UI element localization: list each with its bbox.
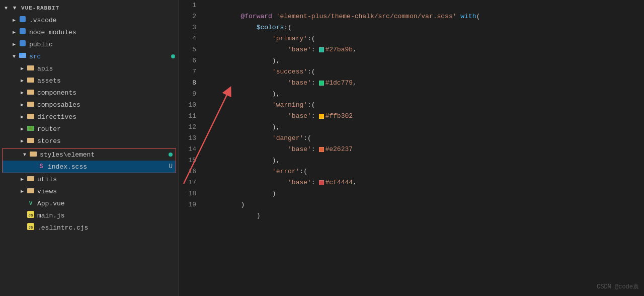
svg-rect-6 (27, 78, 34, 83)
ln-7: 7 (179, 66, 196, 78)
composables-icon (26, 100, 35, 110)
sidebar-item-styles-element[interactable]: styles\element (3, 149, 176, 161)
ln-14: 14 (179, 144, 196, 155)
sidebar-item-router[interactable]: 🌿 router (0, 123, 178, 135)
svg-rect-14 (27, 176, 34, 181)
sidebar-item-src[interactable]: src (0, 50, 178, 62)
components-icon (26, 88, 35, 98)
ln-5: 5 (179, 44, 196, 55)
sidebar-item-stores[interactable]: stores (0, 135, 178, 147)
sidebar-item-assets[interactable]: assets (0, 75, 178, 87)
vue-icon: V (26, 200, 35, 206)
node-chevron (10, 29, 18, 35)
sidebar-item-vscode[interactable]: .vscode (0, 14, 178, 26)
router-label: router (37, 125, 178, 133)
sidebar-item-public[interactable]: public (0, 38, 178, 50)
directives-label: directives (37, 113, 178, 121)
svg-rect-13 (30, 152, 37, 157)
sidebar-item-app-vue[interactable]: V App.vue (0, 197, 178, 209)
svg-text:🌿: 🌿 (28, 126, 33, 131)
watermark: CSDN @code袁 (597, 282, 639, 291)
utils-chevron (18, 176, 26, 182)
ln-19: 19 (179, 199, 196, 210)
views-label: views (37, 188, 178, 195)
views-icon (26, 186, 35, 196)
scss-icon: S (37, 163, 46, 170)
svg-rect-4 (19, 53, 22, 55)
scss-badge: U (169, 163, 173, 170)
svg-text:JS: JS (28, 213, 33, 217)
apis-label: apis (37, 65, 178, 72)
root-folder[interactable]: ▼ VUE-RABBIT (0, 2, 178, 14)
router-chevron (18, 126, 26, 132)
sidebar-item-views[interactable]: views (0, 185, 178, 197)
appvue-label: App.vue (37, 200, 178, 207)
eslint-icon: JS (26, 223, 35, 233)
sidebar-item-main-js[interactable]: JS main.js (0, 209, 178, 221)
directives-icon (26, 112, 35, 122)
views-chevron (18, 188, 26, 194)
utils-label: utils (37, 176, 178, 183)
src-badge (171, 54, 175, 58)
sidebar-item-directives[interactable]: directives (0, 111, 178, 123)
svg-rect-15 (27, 188, 34, 193)
svg-rect-5 (27, 65, 34, 70)
apis-chevron (18, 65, 26, 71)
code-lines: @forward 'element-plus/theme-chalk/src/c… (201, 0, 644, 296)
stores-chevron (18, 138, 26, 144)
svg-rect-1 (20, 28, 26, 34)
ln-9: 9 (179, 89, 196, 100)
ln-4: 4 (179, 33, 196, 44)
components-chevron (18, 90, 26, 96)
ln-13: 13 (179, 133, 196, 144)
ln-10: 10 (179, 100, 196, 111)
vscode-chevron (10, 17, 18, 23)
eslintrc-label: .eslintrc.cjs (37, 224, 178, 232)
src-icon (18, 51, 27, 61)
assets-icon (26, 76, 35, 86)
ln-6: 6 (179, 55, 196, 66)
js-icon: JS (26, 210, 35, 220)
vscode-label: .vscode (29, 17, 178, 24)
svg-rect-2 (20, 40, 26, 46)
svg-rect-8 (27, 102, 34, 107)
ln-15: 15 (179, 155, 196, 166)
sidebar-item-apis[interactable]: apis (0, 62, 178, 75)
sidebar-item-eslintrc[interactable]: JS .eslintrc.cjs (0, 221, 178, 234)
src-label: src (29, 53, 171, 60)
stores-label: stores (37, 137, 178, 145)
root-icon: ▼ (10, 5, 19, 11)
line-numbers: 1 2 3 4 5 6 7 8 9 10 11 12 13 14 15 16 1… (179, 0, 201, 296)
router-icon: 🌿 (26, 124, 35, 134)
sidebar-item-index-scss[interactable]: S index.scss U (3, 161, 176, 173)
stores-icon (26, 136, 35, 146)
styles-badge (169, 153, 173, 157)
sidebar-item-utils[interactable]: utils (0, 173, 178, 185)
sidebar-item-node-modules[interactable]: node_modules (0, 26, 178, 38)
styles-icon (29, 150, 38, 160)
components-label: components (37, 89, 178, 97)
ln-8: 8 (179, 78, 196, 89)
src-chevron (10, 54, 18, 59)
vscode-icon (18, 15, 27, 25)
sidebar-item-components[interactable]: components (0, 87, 178, 99)
svg-text:JS: JS (29, 226, 33, 230)
svg-rect-9 (27, 114, 34, 119)
ln-12: 12 (179, 122, 196, 133)
root-chevron (2, 6, 10, 11)
node-icon (18, 27, 27, 37)
public-label: public (29, 41, 178, 48)
public-chevron (10, 41, 18, 47)
composables-chevron (18, 102, 26, 108)
ln-16: 16 (179, 166, 196, 177)
directives-chevron (18, 114, 26, 120)
code-line-1: @forward 'element-plus/theme-chalk/src/c… (209, 0, 644, 11)
svg-rect-12 (27, 138, 34, 143)
svg-rect-0 (20, 16, 26, 22)
ln-17: 17 (179, 177, 196, 188)
node-label: node_modules (29, 29, 178, 36)
root-label: VUE-RABBIT (21, 5, 178, 11)
code-content: 1 2 3 4 5 6 7 8 9 10 11 12 13 14 15 16 1… (179, 0, 644, 296)
sidebar-item-composables[interactable]: composables (0, 99, 178, 111)
ln-3: 3 (179, 22, 196, 33)
